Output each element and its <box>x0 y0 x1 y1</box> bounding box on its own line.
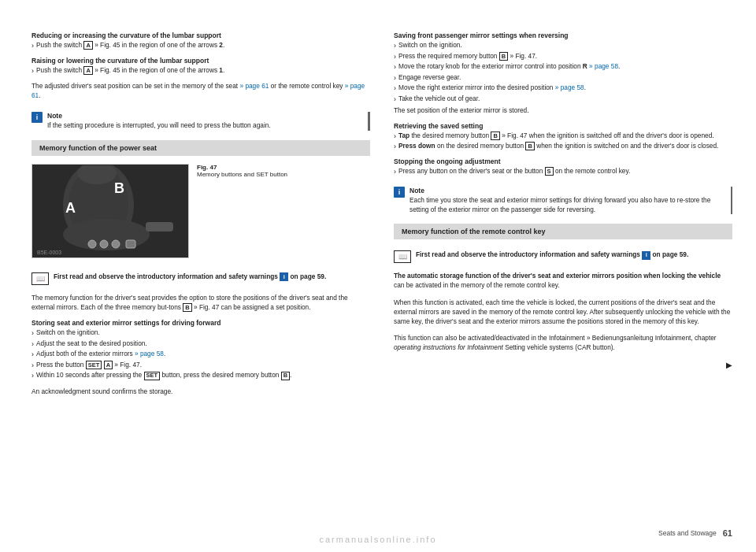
saving-item-6: › Take the vehicle out of gear. <box>394 94 732 105</box>
storing-text-4: Press the button SET A » Fig. 47. <box>36 361 142 370</box>
memory-remote-title: Memory function of the remote control ke… <box>402 228 546 235</box>
section-raising-heading: Raising or lowering the curvature of the… <box>32 57 370 65</box>
svg-text:A: A <box>65 200 76 216</box>
section-storing-heading: Storing seat and exterior mirror setting… <box>32 319 370 327</box>
section-raising: Raising or lowering the curvature of the… <box>32 57 370 77</box>
section-storing: Storing seat and exterior mirror setting… <box>32 319 370 382</box>
warn-box-right: 📖 First read and observe the introductor… <box>394 250 732 263</box>
note-text-right: Each time you store the seat and exterio… <box>410 196 726 214</box>
section-saving: Saving front passenger mirror settings w… <box>394 31 732 117</box>
left-column: Reducing or increasing the curvature of … <box>32 31 370 521</box>
note-text-1: If the setting procedure is interrupted,… <box>47 121 271 131</box>
storing-text-3: Adjust both of the exterior mirrors » pa… <box>36 350 165 359</box>
book-icon: 📖 <box>36 275 45 283</box>
saving-text-4: Engage reverse gear. <box>398 73 461 83</box>
section-stopping: Stopping the ongoing adjustment › Press … <box>394 157 732 178</box>
section-raising-text1: Push the switch A » Fig. 45 in the regio… <box>36 66 224 76</box>
warn-box-1: 📖 First read and observe the introductor… <box>32 272 370 285</box>
saving-body: The set position of the exterior mirror … <box>394 106 732 115</box>
saving-item-2: › Press the required memory button B » F… <box>394 52 732 62</box>
section-retrieving-heading: Retrieving the saved setting <box>394 122 732 130</box>
svg-point-9 <box>100 240 108 248</box>
fig-caption-area: Fig. 47 Memory buttons and SET button <box>197 164 287 181</box>
watermark: carmanualsonline.info <box>0 535 756 544</box>
memory-remote-section: Memory function of the remote control ke… <box>394 224 732 239</box>
storing-item-1: › Switch on the ignition. <box>32 328 370 339</box>
retrieving-text-2: Press down on the desired memory button … <box>398 142 718 151</box>
saving-text-5: Move the right exterior mirror into the … <box>398 83 586 93</box>
svg-text:B5E-0003: B5E-0003 <box>37 250 61 255</box>
arrow-s5: › <box>32 371 34 381</box>
arrow-r6: › <box>394 94 396 105</box>
arrow-s2: › <box>32 339 34 350</box>
fig-caption: Fig. 47 Memory buttons and SET button <box>197 164 287 178</box>
svg-text:B: B <box>114 180 124 196</box>
remote-body-2: When this function is activated, each ti… <box>394 298 732 326</box>
arrow-r5: › <box>394 83 396 94</box>
fig-num: Fig. 47 <box>197 164 217 171</box>
image-area: A B B5E-0003 Fig. 47 Memory buttons and … <box>32 164 370 261</box>
arrow-ret2: › <box>394 142 396 152</box>
warn-text-right: First read and observe the introductory … <box>416 250 688 260</box>
section-reducing-item1: › Push the switch A » Fig. 45 in the reg… <box>32 41 370 51</box>
storing-item-5: › Within 10 seconds after pressing the S… <box>32 371 370 381</box>
note-icon-1: i <box>32 112 43 123</box>
storing-item-4: › Press the button SET A » Fig. 47. <box>32 361 370 371</box>
saving-text-1: Switch on the ignition. <box>398 41 462 50</box>
arrow-r4: › <box>394 73 396 83</box>
section-reducing-text1: Push the switch A » Fig. 45 in the regio… <box>36 41 224 50</box>
arrow-icon-1: › <box>32 41 34 51</box>
note-title-1: Note <box>47 112 271 121</box>
arrow-s1: › <box>32 328 34 339</box>
saving-text-3: Move the rotary knob for the exterior mi… <box>398 62 620 72</box>
body-text-ack: An acknowledgment sound confirms the sto… <box>32 387 370 396</box>
stopping-item-1: › Press any button on the driver's seat … <box>394 167 732 177</box>
remote-body-3: This function can also be activated/deac… <box>394 333 732 352</box>
section-retrieving: Retrieving the saved setting › Tap the d… <box>394 122 732 153</box>
remote-body-1: The automatic storage function of the dr… <box>394 271 732 290</box>
storing-item-2: › Adjust the seat to the desired positio… <box>32 339 370 350</box>
retrieving-text-1: Tap the desired memory button B » Fig. 4… <box>398 132 714 141</box>
svg-rect-4 <box>146 222 173 232</box>
svg-rect-11 <box>126 240 135 248</box>
section-reducing: Reducing or increasing the curvature of … <box>32 31 370 52</box>
seat-image: A B B5E-0003 <box>32 164 189 258</box>
body-text-memory: The memory function for the driver's sea… <box>32 293 370 312</box>
memory-power-seat-section: Memory function of the power seat <box>32 140 370 156</box>
section-saving-heading: Saving front passenger mirror settings w… <box>394 31 732 39</box>
seat-svg: A B B5E-0003 <box>35 165 185 256</box>
storing-text-5: Within 10 seconds after pressing the SET… <box>36 371 291 380</box>
fig-caption-text: Memory buttons and SET button <box>197 171 287 178</box>
note-bar-1 <box>368 112 370 131</box>
note-title-right: Note <box>410 187 726 196</box>
storing-text-1: Switch on the ignition. <box>36 328 100 338</box>
arrow-s4: › <box>32 361 34 371</box>
retrieving-item-2: › Press down on the desired memory butto… <box>394 142 732 152</box>
saving-item-3: › Move the rotary knob for the exterior … <box>394 62 732 72</box>
svg-point-10 <box>112 240 120 248</box>
note-box-right: i Note Each time you store the seat and … <box>394 187 732 214</box>
warn-icon-1: 📖 <box>32 272 49 285</box>
saving-text-6: Take the vehicle out of gear. <box>398 94 480 104</box>
book-icon-right: 📖 <box>398 253 407 261</box>
continue-arrow: ▶ <box>394 361 732 369</box>
section-reducing-heading: Reducing or increasing the curvature of … <box>32 31 370 39</box>
svg-point-8 <box>88 240 96 248</box>
arrow-r3: › <box>394 62 396 72</box>
arrow-ret1: › <box>394 132 396 142</box>
warn-text-1: First read and observe the introductory … <box>54 272 326 282</box>
note-box-1: i Note If the setting procedure is inter… <box>32 112 370 131</box>
note-content-1: Note If the setting procedure is interru… <box>47 112 271 131</box>
arrow-r2: › <box>394 52 396 62</box>
arrow-stop1: › <box>394 167 396 177</box>
retrieving-item-1: › Tap the desired memory button B » Fig.… <box>394 132 732 142</box>
storing-item-3: › Adjust both of the exterior mirrors » … <box>32 350 370 360</box>
note-content-right: Note Each time you store the seat and ex… <box>410 187 726 214</box>
right-column: Saving front passenger mirror settings w… <box>394 31 732 521</box>
note-bar-right <box>731 187 732 214</box>
saving-item-5: › Move the right exterior mirror into th… <box>394 83 732 94</box>
note-icon-right: i <box>394 187 405 198</box>
saving-item-1: › Switch on the ignition. <box>394 41 732 51</box>
storing-text-2: Adjust the seat to the desired position. <box>36 339 147 349</box>
body-text-1: The adjusted driver's seat position can … <box>32 81 370 100</box>
